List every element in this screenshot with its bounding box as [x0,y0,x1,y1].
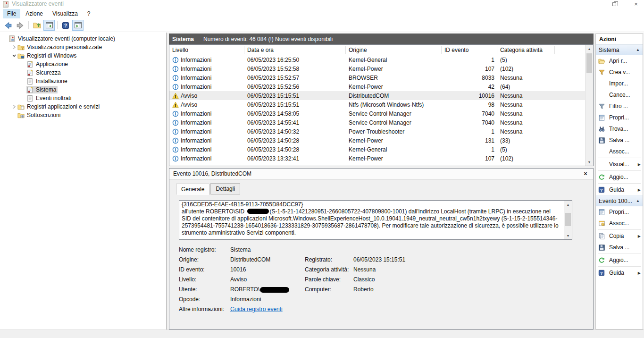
action-item-trova[interactable]: Trova... [596,123,643,135]
action-item-visual[interactable]: Visual...▶ [596,159,643,170]
table-row[interactable]: Informazioni06/05/2023 14:50:28Kernel-Po… [169,136,586,145]
column-header-origine[interactable]: Origine [346,46,442,54]
message-scrollbar[interactable]: ▲ ▼ [564,201,572,239]
column-header-livello[interactable]: Livello [169,46,244,54]
scroll-down-icon[interactable]: ▼ [585,158,593,166]
tab-generale[interactable]: Generale [176,184,209,195]
table-row[interactable]: Informazioni06/05/2023 15:52:56Kernel-Po… [169,82,586,91]
field-label: Origine: [179,256,230,263]
sidebar-item-installazione[interactable]: Installazione [0,77,166,85]
column-header-id-evento[interactable]: ID evento [442,46,497,54]
close-button[interactable]: × [632,0,640,8]
action-item-assoc[interactable]: Assoc... [596,146,643,157]
chevron-down-icon[interactable] [11,53,17,58]
scroll-thumb[interactable] [565,213,571,226]
field-value: 10016 [230,266,246,273]
table-row[interactable]: Informazioni06/05/2023 15:52:58Kernel-Po… [169,64,586,73]
menu-item-azione[interactable]: Azione [21,9,47,18]
menu-item-?[interactable]: ? [83,9,95,18]
sidebar-item-registri-applicazioni-e-servizi[interactable]: Registri applicazioni e servizi [0,102,166,111]
scroll-down-icon[interactable]: ▼ [564,232,572,239]
action-item-guida[interactable]: ?Guida▶ [596,184,643,195]
action-item-copia[interactable]: Copia▶ [596,230,643,242]
table-row[interactable]: Informazioni06/05/2023 13:32:41Kernel-Po… [169,154,586,163]
event-category-cell: Nessuna [497,93,555,99]
event-log-help-link[interactable]: Guida registro eventi [230,306,283,313]
chevron-right-icon[interactable] [11,45,17,50]
show-console-tree-button[interactable] [43,20,55,31]
sidebar-item-visualizzazioni-personalizzate[interactable]: Visualizzazioni personalizzate [0,43,166,51]
table-row[interactable]: Informazioni06/05/2023 15:52:57BROWSER80… [169,73,586,82]
menu-item-file[interactable]: File [3,9,20,18]
open-saved-log-button[interactable] [31,20,42,31]
sidebar-item-visualizzatore-eventi-computer-locale-[interactable]: Visualizzatore eventi (computer locale) [0,34,166,43]
scroll-thumb[interactable] [586,53,592,73]
action-item-aggio[interactable]: Aggio... [596,171,643,183]
back-button[interactable] [2,20,14,31]
event-datetime-cell: 06/05/2023 15:52:58 [244,66,346,72]
action-item-filtro[interactable]: Filtro ... [596,101,643,112]
sidebar-item-registri-di-windows[interactable]: Registri di Windows [0,51,166,60]
table-row[interactable]: Informazioni06/05/2023 14:50:32Power-Tro… [169,127,586,136]
actions-separator [598,158,641,158]
field-row: Altre informazioni:Guida registro eventi [179,304,585,314]
column-header-data-e-ora[interactable]: Data e ora [244,46,346,54]
actions-pane-title: Azioni [596,34,643,44]
action-item-impor[interactable]: Impor... [596,78,643,89]
scroll-up-icon[interactable]: ▲ [585,45,593,52]
sidebar-item-sistema[interactable]: Sistema [0,85,166,94]
table-row[interactable]: Informazioni06/05/2023 14:55:41Service C… [169,118,586,127]
actions-section-header[interactable]: Evento 100...▲ [596,195,643,206]
table-row[interactable]: Informazioni06/05/2023 14:58:05Service C… [169,109,586,118]
action-item-aprir[interactable]: Apri r... [596,55,643,67]
action-item-cance[interactable]: Cance... [596,89,643,101]
table-row[interactable]: Informazioni06/05/2023 14:50:28Kernel-Ge… [169,145,586,154]
show-action-pane-button[interactable] [72,20,84,31]
table-row[interactable]: Avviso06/05/2023 15:15:51DistributedCOM1… [169,91,586,100]
action-item-propri[interactable]: Propri... [596,112,643,123]
event-detail-header: Evento 10016, DistributedCOM × [169,169,593,179]
action-item-guida[interactable]: ?Guida▶ [596,267,643,279]
table-scrollbar[interactable]: ▲ ▼ [585,45,593,166]
action-item-aggio[interactable]: Aggio... [596,254,643,266]
chevron-right-icon[interactable] [11,104,17,109]
action-item-creav[interactable]: Crea v... [596,67,643,78]
sidebar-item-sottoscrizioni[interactable]: Sottoscrizioni [0,111,166,119]
warning-icon [172,101,179,108]
action-item-label: Assoc... [609,148,643,155]
field-row: Origine:DistributedCOMRegistrato:06/05/2… [179,254,585,264]
field-value: Nessuna [353,266,376,273]
field-label: Utente: [179,286,230,293]
sidebar-item-sicurezza[interactable]: Sicurezza [0,68,166,77]
action-item-assoc[interactable]: Assoc... [596,218,643,229]
column-header-categoria-attivit-[interactable]: Categoria attività [497,46,555,54]
action-item-propri[interactable]: Propri... [596,206,643,218]
actions-section-header[interactable]: Sistema▲ [596,44,643,55]
table-row[interactable]: Informazioni06/05/2023 16:25:50Kernel-Ge… [169,55,586,64]
sidebar-item-applicazione[interactable]: Applicazione [0,60,166,68]
icon-spacer [598,91,606,99]
field-right: Categoria attività:Nessuna [305,264,376,274]
field-value: Roberto [353,286,374,293]
field-label: Altre informazioni: [179,306,230,313]
tree-item-body: Installazione [26,77,69,85]
event-message-box[interactable]: {316CDED5-E4AE-4B15-9113-7055D84DCC97} a… [179,200,572,240]
minimize-button[interactable] [588,0,597,8]
menu-item-visualizza[interactable]: Visualizza [48,9,82,18]
help-button[interactable]: ? [60,20,71,31]
sidebar-item-eventi-inoltrati[interactable]: Eventi inoltrati [0,94,166,102]
action-item-salva[interactable]: Salva ... [596,242,643,253]
detail-close-button[interactable]: × [582,170,589,177]
forward-button[interactable] [15,20,26,31]
tab-dettagli[interactable]: Dettagli [210,183,240,194]
action-item-salva[interactable]: Salva ... [596,135,643,146]
restore-button[interactable] [610,0,619,8]
event-datetime-cell: 06/05/2023 14:50:32 [244,128,346,135]
scroll-up-icon[interactable]: ▲ [564,201,572,208]
field-label: Parole chiave: [305,276,353,283]
folder-apps-icon [17,103,25,110]
svg-text:?: ? [64,23,67,28]
event-id-cell: 8033 [442,75,497,81]
table-row[interactable]: Avviso06/05/2023 15:15:51Ntfs (Microsoft… [169,100,586,109]
tree-item-label: Eventi inoltrati [34,94,73,102]
